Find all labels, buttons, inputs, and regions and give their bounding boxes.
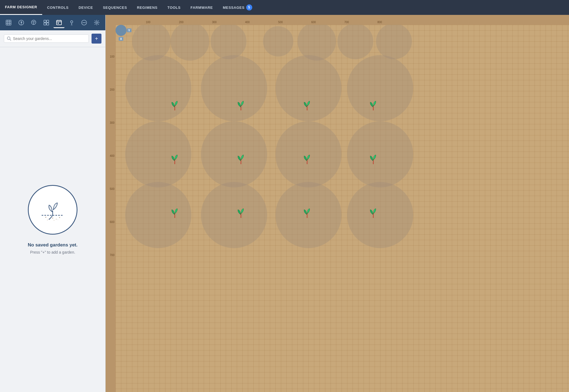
plant[interactable] [368, 208, 378, 220]
svg-point-27 [52, 218, 53, 219]
ruler-tick-v: 300 [110, 121, 114, 124]
svg-rect-0 [6, 20, 11, 25]
plant-icon[interactable] [16, 17, 27, 28]
plant[interactable] [236, 208, 246, 220]
search-icon [7, 36, 11, 41]
y-axis-label: Y [127, 28, 131, 32]
plot-circle[interactable] [171, 22, 209, 61]
origin-marker: Y X [116, 25, 127, 36]
ruler-tick-v: 200 [110, 88, 114, 91]
svg-rect-13 [57, 20, 61, 25]
plot-circle[interactable] [132, 22, 171, 61]
group-icon[interactable] [41, 17, 52, 28]
ruler-tick-v: 700 [110, 254, 114, 257]
plot-circle[interactable] [125, 182, 191, 248]
plot-circle[interactable] [347, 121, 413, 187]
ruler-tick-h: 400 [245, 21, 250, 24]
plant[interactable] [302, 208, 312, 220]
search-input[interactable] [13, 36, 86, 41]
plant[interactable] [170, 154, 180, 166]
svg-point-23 [7, 37, 10, 40]
search-row: + [0, 30, 105, 47]
svg-point-25 [45, 217, 46, 218]
empty-title: No saved gardens yet. [28, 242, 77, 248]
map-area[interactable]: 100200300400500600700800 100200300400500… [106, 15, 569, 392]
plant[interactable] [236, 100, 246, 112]
svg-point-29 [59, 217, 60, 218]
plot-circle[interactable] [376, 23, 412, 59]
plot-circle[interactable] [201, 121, 267, 187]
nav-messages[interactable]: MESSAGES 5 [218, 0, 257, 15]
search-wrapper[interactable] [4, 34, 89, 43]
nav-controls[interactable]: CONTROLS [42, 0, 74, 15]
ruler-corner [106, 15, 116, 25]
empty-state: No saved gardens yet. Press "+" to add a… [0, 47, 105, 392]
plant[interactable] [236, 154, 246, 166]
ruler-tick-h: 600 [311, 21, 316, 24]
svg-rect-17 [58, 23, 59, 24]
svg-point-32 [58, 219, 58, 220]
svg-rect-12 [47, 23, 49, 25]
nav-farm-designer[interactable]: FARM DESIGNER [0, 0, 42, 15]
svg-point-22 [96, 22, 98, 23]
svg-line-24 [10, 39, 11, 41]
no-entry-icon[interactable] [79, 17, 90, 28]
plant[interactable] [302, 154, 312, 166]
origin-circle: Y X [116, 25, 127, 36]
empty-subtitle: Press "+" to add a garden. [30, 250, 75, 254]
top-nav: FARM DESIGNER CONTROLS DEVICE SEQUENCES … [0, 0, 569, 15]
plot-circle[interactable] [201, 182, 267, 248]
add-garden-button[interactable]: + [92, 34, 101, 44]
plot-circle[interactable] [347, 182, 413, 248]
plot-circle[interactable] [125, 121, 191, 187]
plot-circle[interactable] [201, 55, 267, 121]
svg-point-18 [71, 21, 73, 23]
empty-illustration [28, 185, 77, 235]
calendar-icon[interactable] [53, 17, 65, 28]
plot-circle[interactable] [125, 55, 191, 121]
ruler-tick-h: 700 [344, 21, 349, 24]
x-axis-label: X [119, 37, 123, 41]
sidebar: + [0, 15, 106, 392]
map-container: 100200300400500600700800 100200300400500… [106, 15, 569, 392]
plot-circle[interactable] [347, 55, 413, 121]
messages-badge: 5 [246, 4, 252, 10]
main-area: + [0, 15, 569, 392]
plot-circle[interactable] [337, 23, 373, 59]
plot-circle[interactable] [297, 22, 336, 61]
plant[interactable] [170, 100, 180, 112]
map-icon[interactable] [3, 17, 14, 28]
nav-device[interactable]: DEVICE [74, 0, 98, 15]
svg-rect-10 [47, 20, 49, 22]
nav-regimens[interactable]: REGIMENS [132, 0, 163, 15]
sidebar-icons [0, 15, 105, 30]
ruler-tick-h: 500 [278, 21, 283, 24]
svg-point-30 [47, 219, 48, 220]
settings-icon[interactable] [91, 17, 102, 28]
herb-icon[interactable] [28, 17, 39, 28]
svg-point-19 [71, 25, 73, 26]
garden-grid[interactable] [116, 25, 569, 392]
pin-icon[interactable] [66, 17, 77, 28]
svg-point-31 [54, 220, 55, 221]
plant[interactable] [302, 100, 312, 112]
svg-rect-9 [44, 20, 46, 22]
ruler-tick-h: 800 [377, 21, 382, 24]
ruler-tick-v: 100 [110, 55, 114, 58]
nav-farmware[interactable]: FARMWARE [186, 0, 218, 15]
plant[interactable] [368, 154, 378, 166]
ruler-tick-v: 400 [110, 154, 114, 157]
nav-sequences[interactable]: SEQUENCES [98, 0, 132, 15]
ruler-left: 100200300400500600700 [106, 25, 116, 392]
svg-rect-11 [44, 23, 46, 25]
ruler-tick-h: 200 [179, 21, 184, 24]
ruler-tick-v: 600 [110, 221, 114, 224]
ruler-tick-h: 100 [146, 21, 151, 24]
plot-circle[interactable] [211, 23, 246, 59]
plant[interactable] [368, 100, 378, 112]
plant[interactable] [170, 208, 180, 220]
nav-tools[interactable]: TOOLS [162, 0, 186, 15]
svg-point-28 [56, 219, 57, 219]
ruler-tick-h: 300 [212, 21, 217, 24]
plot-circle[interactable] [263, 26, 293, 57]
